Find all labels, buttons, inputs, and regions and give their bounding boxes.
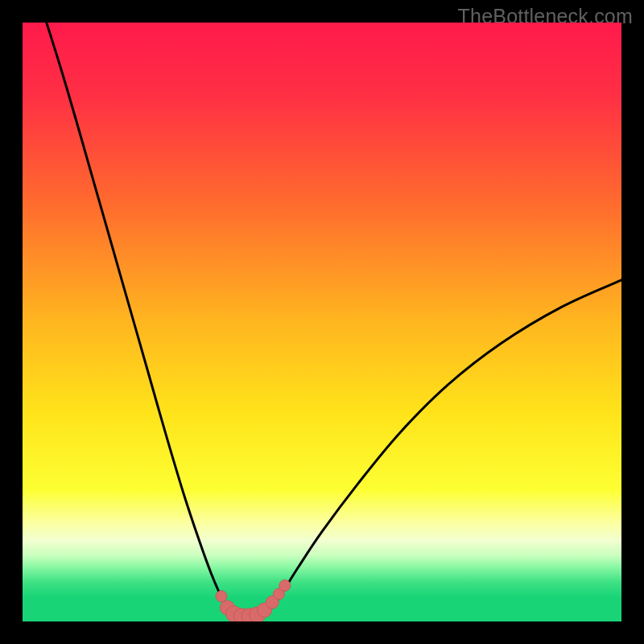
plot-area <box>23 23 621 621</box>
chart-svg <box>23 23 621 621</box>
chart-frame: TheBottleneck.com <box>0 0 644 644</box>
valley-marker <box>279 580 291 591</box>
valley-marker <box>216 591 227 602</box>
